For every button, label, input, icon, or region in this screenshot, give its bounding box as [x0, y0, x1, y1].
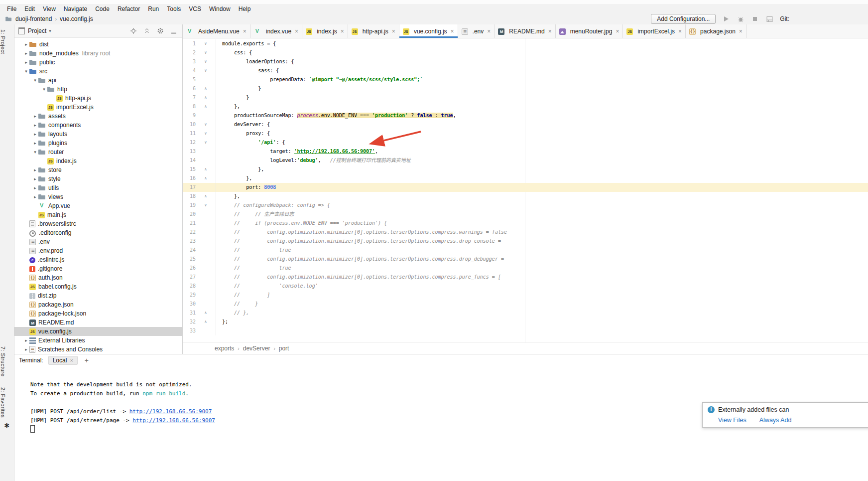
- tree-item-layouts[interactable]: ▸layouts: [14, 130, 182, 139]
- fold-marker-icon[interactable]: ∧: [196, 174, 216, 183]
- tree-item-editorconfig[interactable]: .editorconfig: [14, 228, 182, 237]
- editor-tab-menurouter-jpg[interactable]: menuRouter.jpg×: [556, 24, 623, 38]
- tree-item-dist-zip[interactable]: dist.zip: [14, 291, 182, 300]
- tree-item-auth-json[interactable]: auth.json: [14, 273, 182, 282]
- menu-edit[interactable]: Edit: [20, 4, 39, 13]
- chevron-icon[interactable]: ▸: [23, 347, 29, 352]
- tree-item-package-json[interactable]: package.json: [14, 300, 182, 309]
- code-line-1[interactable]: 1∨module.exports = {: [183, 39, 868, 48]
- menu-code[interactable]: Code: [91, 4, 114, 13]
- tree-item-public[interactable]: ▸public: [14, 58, 182, 67]
- tree-item-api[interactable]: ▾api: [14, 76, 182, 85]
- fold-marker-icon[interactable]: ∧: [196, 165, 216, 174]
- tree-item-store[interactable]: ▸store: [14, 165, 182, 174]
- tree-item-env-prod[interactable]: .env.prod: [14, 246, 182, 255]
- tree-item-utils[interactable]: ▸utils: [14, 183, 182, 192]
- tree-item-browserslistrc[interactable]: .browserslistrc: [14, 219, 182, 228]
- tree-item-plugins[interactable]: ▸plugins: [14, 139, 182, 148]
- notification-link-view-files[interactable]: View Files: [718, 417, 746, 424]
- code-line-19[interactable]: 19∨ // configureWebpack: config => {: [183, 201, 868, 210]
- tree-item-gitignore[interactable]: .gitignore: [14, 264, 182, 273]
- chevron-icon[interactable]: ▸: [32, 185, 38, 190]
- code-line-18[interactable]: 18∧ },: [183, 192, 868, 201]
- tree-item-importexcel-js[interactable]: importExcel.js: [14, 103, 182, 112]
- run-icon[interactable]: [722, 15, 730, 23]
- editor-tab-readme-md[interactable]: README.md×: [495, 24, 555, 38]
- editor-breadcrumb-devserver[interactable]: devServer: [243, 345, 270, 352]
- code-line-17[interactable]: 17 port: 8008: [183, 183, 868, 192]
- code-line-10[interactable]: 10∨ devServer: {: [183, 120, 868, 129]
- code-line-25[interactable]: 25 // config.optimization.minimizer[0].o…: [183, 255, 868, 264]
- menu-help[interactable]: Help: [235, 4, 255, 13]
- menu-file[interactable]: File: [3, 4, 20, 13]
- tree-item-env[interactable]: .env: [14, 237, 182, 246]
- code-line-16[interactable]: 16∧ },: [183, 174, 868, 183]
- editor-tab-importexcel-js[interactable]: importExcel.js×: [623, 24, 686, 38]
- breadcrumb-project[interactable]: duoji-frontend: [13, 15, 54, 22]
- code-line-14[interactable]: 14 logLevel:'debug', //控制台终端打印代理前的真实地址: [183, 156, 868, 165]
- close-icon[interactable]: ×: [243, 28, 247, 35]
- settings-icon[interactable]: [157, 27, 164, 34]
- chevron-icon[interactable]: ▾: [32, 78, 38, 83]
- fold-marker-icon[interactable]: ∨: [196, 129, 216, 138]
- editor-breadcrumb-exports[interactable]: exports: [215, 345, 234, 352]
- terminal-tab-local[interactable]: Local ×: [48, 356, 78, 365]
- new-terminal-button[interactable]: +: [83, 356, 91, 364]
- code-line-5[interactable]: 5 prependData: `@import "~@/assets/scss/…: [183, 75, 868, 84]
- fold-marker-icon[interactable]: ∧: [196, 84, 216, 93]
- chevron-down-icon[interactable]: ▾: [49, 28, 51, 33]
- chevron-icon[interactable]: ▸: [32, 167, 38, 172]
- collapse-icon[interactable]: [143, 27, 150, 34]
- tree-item-index-js[interactable]: index.js: [14, 157, 182, 165]
- fold-marker-icon[interactable]: ∨: [196, 66, 216, 75]
- terminal-link[interactable]: http://192.168.66.56:9007: [132, 417, 215, 424]
- chevron-icon[interactable]: ▾: [41, 87, 47, 92]
- editor-tab-vue-config-js[interactable]: vue.config.js×: [399, 24, 458, 38]
- tree-item-style[interactable]: ▸style: [14, 174, 182, 183]
- chevron-icon[interactable]: ▸: [32, 114, 38, 119]
- fold-marker-icon[interactable]: ∧: [196, 102, 216, 111]
- chevron-icon[interactable]: ▸: [23, 338, 29, 343]
- tree-item-main-js[interactable]: main.js: [14, 210, 182, 219]
- tree-item-babel-config-js[interactable]: babel.config.js: [14, 282, 182, 291]
- tree-item-http[interactable]: ▾http: [14, 85, 182, 94]
- editor-tab-index-js[interactable]: index.js×: [302, 24, 348, 38]
- tree-item-package-lock-json[interactable]: package-lock.json: [14, 309, 182, 318]
- code-line-13[interactable]: 13 target: 'http://192.168.66.56:9007',: [183, 147, 868, 156]
- code-editor[interactable]: 1∨module.exports = {2∨ css: {3∨ loaderOp…: [183, 38, 868, 343]
- git-widget-label[interactable]: Git:: [780, 15, 789, 22]
- code-line-2[interactable]: 2∨ css: {: [183, 48, 868, 57]
- stripe-tab-favorites[interactable]: 2: Favorites: [0, 384, 14, 421]
- terminal-link[interactable]: http://192.168.66.56:9007: [129, 408, 212, 415]
- project-panel-title[interactable]: Project: [28, 27, 46, 34]
- code-line-21[interactable]: 21 // if (process.env.NODE_ENV === 'prod…: [183, 219, 868, 228]
- close-icon[interactable]: ×: [678, 28, 682, 35]
- stop-icon[interactable]: [751, 15, 759, 23]
- fold-marker-icon[interactable]: ∨: [196, 39, 216, 48]
- code-line-28[interactable]: 28 // 'console.log': [183, 282, 868, 291]
- close-icon[interactable]: ×: [70, 357, 73, 363]
- fold-marker-icon[interactable]: ∨: [196, 201, 216, 210]
- code-line-32[interactable]: 32∧};: [183, 318, 868, 326]
- fold-marker-icon[interactable]: ∨: [196, 57, 216, 66]
- tree-item-components[interactable]: ▸components: [14, 121, 182, 130]
- chevron-icon[interactable]: ▸: [32, 123, 38, 128]
- tree-item-app-vue[interactable]: App.vue: [14, 201, 182, 210]
- chevron-icon[interactable]: ▾: [23, 69, 29, 74]
- fold-marker-icon[interactable]: ∧: [196, 192, 216, 201]
- code-line-26[interactable]: 26 // true: [183, 264, 868, 273]
- tree-item-http-api-js[interactable]: http-api.js: [14, 94, 182, 103]
- tree-item-external-libraries[interactable]: ▸External Libraries: [14, 336, 182, 345]
- code-line-33[interactable]: 33: [183, 326, 868, 335]
- code-line-8[interactable]: 8∧ },: [183, 102, 868, 111]
- tree-item-vue-config-js[interactable]: vue.config.js: [14, 327, 182, 336]
- code-line-22[interactable]: 22 // config.optimization.minimizer[0].o…: [183, 228, 868, 237]
- chevron-icon[interactable]: ▸: [32, 176, 38, 181]
- close-icon[interactable]: ×: [616, 28, 619, 35]
- code-line-27[interactable]: 27 // config.optimization.minimizer[0].o…: [183, 273, 868, 282]
- fold-marker-icon[interactable]: ∧: [196, 93, 216, 102]
- fold-marker-icon[interactable]: ∨: [196, 120, 216, 129]
- fold-marker-icon[interactable]: ∨: [196, 138, 216, 147]
- chevron-icon[interactable]: ▾: [32, 150, 38, 155]
- tree-item-eslintrc-js[interactable]: .eslintrc.js: [14, 255, 182, 264]
